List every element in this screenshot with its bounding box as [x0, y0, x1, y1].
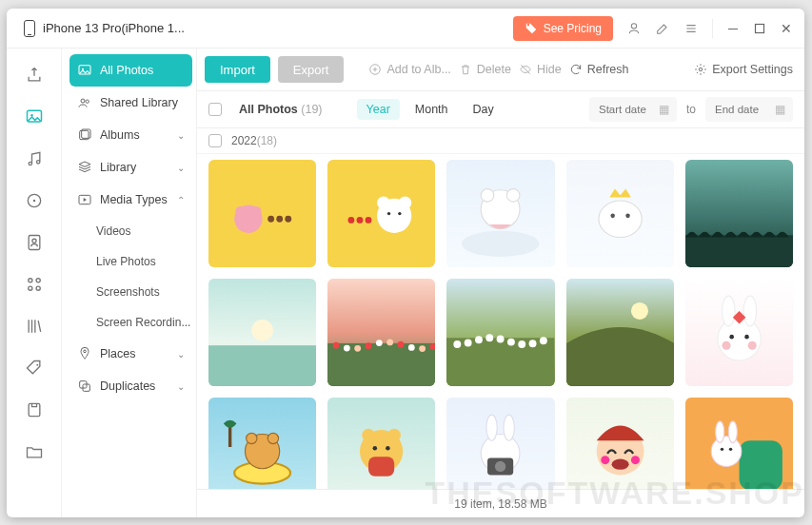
add-to-album-button[interactable]: Add to Alb...: [368, 63, 450, 76]
svg-point-37: [387, 212, 390, 215]
svg-point-6: [31, 239, 35, 243]
svg-point-57: [408, 344, 415, 351]
box-icon[interactable]: [25, 400, 44, 419]
svg-point-68: [529, 340, 537, 347]
svg-point-75: [744, 335, 749, 340]
svg-point-87: [386, 446, 390, 451]
books-icon[interactable]: [25, 317, 44, 336]
device-icon: [24, 20, 35, 37]
titlebar: iPhone 13 Pro(iPhone 1... See Pricing ─ …: [7, 9, 804, 49]
svg-point-45: [625, 214, 630, 219]
tag-icon: [525, 22, 538, 35]
hide-button[interactable]: Hide: [519, 63, 562, 76]
menu-icon[interactable]: [683, 21, 699, 36]
svg-rect-0: [756, 24, 764, 32]
svg-point-43: [599, 201, 642, 237]
svg-point-35: [348, 217, 355, 224]
sidebar-albums[interactable]: Albums ⌄: [69, 119, 192, 151]
folder-icon[interactable]: [25, 442, 44, 461]
svg-point-64: [486, 335, 494, 342]
select-all-checkbox[interactable]: [208, 103, 222, 116]
thumbnail[interactable]: [566, 160, 674, 267]
thumbnail[interactable]: [327, 279, 435, 386]
svg-point-4: [32, 200, 35, 203]
sidebar-duplicates[interactable]: Duplicates ⌄: [69, 370, 192, 402]
svg-point-50: [333, 342, 340, 349]
svg-rect-85: [368, 457, 394, 476]
tags-icon[interactable]: [25, 359, 44, 378]
segment-year[interactable]: Year: [357, 99, 400, 120]
svg-point-27: [250, 206, 261, 217]
svg-point-11: [36, 364, 38, 366]
svg-point-94: [611, 459, 628, 470]
svg-point-76: [722, 341, 730, 350]
sidebar-all-photos[interactable]: All Photos: [69, 54, 192, 87]
thumbnail[interactable]: [566, 279, 674, 386]
svg-point-26: [235, 206, 246, 217]
thumbnail[interactable]: [208, 279, 316, 386]
thumbnail[interactable]: [446, 398, 554, 489]
svg-point-86: [373, 446, 378, 451]
media-sub-item[interactable]: Screenshots: [69, 277, 192, 307]
see-pricing-button[interactable]: See Pricing: [513, 16, 613, 41]
thumbnail[interactable]: [446, 160, 554, 267]
photos-icon[interactable]: [25, 107, 44, 126]
chevron-down-icon: ⌄: [177, 349, 185, 360]
segment-day[interactable]: Day: [464, 99, 504, 120]
svg-point-81: [267, 434, 278, 444]
svg-rect-46: [685, 235, 793, 267]
svg-rect-48: [208, 345, 316, 386]
media-sub-item[interactable]: Videos: [69, 216, 192, 246]
thumbnail[interactable]: [327, 398, 435, 489]
thumbnail[interactable]: [327, 160, 435, 267]
svg-point-61: [454, 340, 462, 348]
user-icon[interactable]: [626, 21, 642, 36]
svg-point-58: [419, 345, 426, 352]
left-rail: [7, 49, 62, 517]
group-checkbox[interactable]: [208, 134, 222, 147]
segment-month[interactable]: Month: [406, 99, 458, 120]
calendar-icon: ▦: [775, 103, 785, 116]
export-button[interactable]: Export: [278, 56, 345, 83]
svg-point-9: [28, 286, 31, 290]
svg-point-20: [84, 350, 87, 353]
thumbnail[interactable]: [446, 279, 554, 386]
apps-icon[interactable]: [25, 275, 44, 294]
svg-point-84: [388, 429, 402, 442]
svg-point-28: [267, 216, 274, 223]
delete-button[interactable]: Delete: [459, 63, 511, 76]
edit-icon[interactable]: [655, 21, 670, 36]
sidebar-label: All Photos: [100, 64, 153, 77]
music-icon[interactable]: [25, 149, 44, 168]
import-button[interactable]: Import: [205, 56, 270, 83]
thumbnail[interactable]: [566, 398, 674, 489]
minimize-button[interactable]: ─: [726, 23, 740, 34]
disc-icon[interactable]: [25, 191, 44, 210]
svg-point-41: [482, 189, 495, 203]
svg-point-55: [386, 340, 393, 346]
svg-point-63: [475, 336, 483, 343]
sidebar-places[interactable]: Places ⌄: [69, 338, 192, 370]
thumbnail[interactable]: [208, 160, 316, 267]
sidebar-media-types[interactable]: Media Types ⌃: [69, 184, 192, 216]
contacts-icon[interactable]: [25, 233, 44, 252]
sidebar-library[interactable]: Library ⌄: [69, 151, 192, 184]
thumbnail[interactable]: [685, 398, 793, 489]
thumbnail[interactable]: [685, 279, 793, 386]
maximize-button[interactable]: [753, 23, 766, 34]
media-sub-item[interactable]: Screen Recordin...: [69, 307, 192, 338]
thumbnail[interactable]: [208, 398, 316, 489]
export-settings-button[interactable]: Export Settings: [694, 63, 793, 76]
photo-icon: [77, 63, 92, 78]
svg-rect-97: [739, 441, 782, 489]
refresh-button[interactable]: Refresh: [569, 63, 629, 76]
svg-point-83: [362, 429, 375, 442]
filter-title: All Photos: [239, 103, 298, 116]
svg-point-24: [699, 68, 703, 71]
thumbnail[interactable]: [685, 160, 793, 267]
close-button[interactable]: ✕: [780, 23, 793, 34]
media-sub-item[interactable]: Live Photos: [69, 246, 192, 277]
sidebar-shared-library[interactable]: Shared Library: [69, 87, 192, 119]
year-group-header[interactable]: 2022(18): [197, 128, 804, 154]
export-icon[interactable]: [25, 66, 44, 85]
